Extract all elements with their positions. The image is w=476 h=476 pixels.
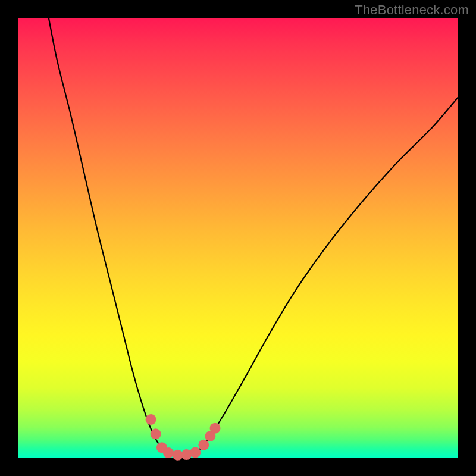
marker-point xyxy=(210,423,221,434)
marker-point xyxy=(163,447,174,458)
marker-point xyxy=(146,414,156,425)
chart-svg xyxy=(18,18,458,458)
markers-group xyxy=(146,414,221,461)
plot-area xyxy=(18,18,458,458)
watermark-text: TheBottleneck.com xyxy=(355,2,469,18)
curve-path xyxy=(49,18,458,455)
chart-frame: TheBottleneck.com xyxy=(0,0,476,476)
marker-point xyxy=(151,428,161,439)
marker-point xyxy=(190,447,201,458)
marker-point xyxy=(198,440,209,450)
